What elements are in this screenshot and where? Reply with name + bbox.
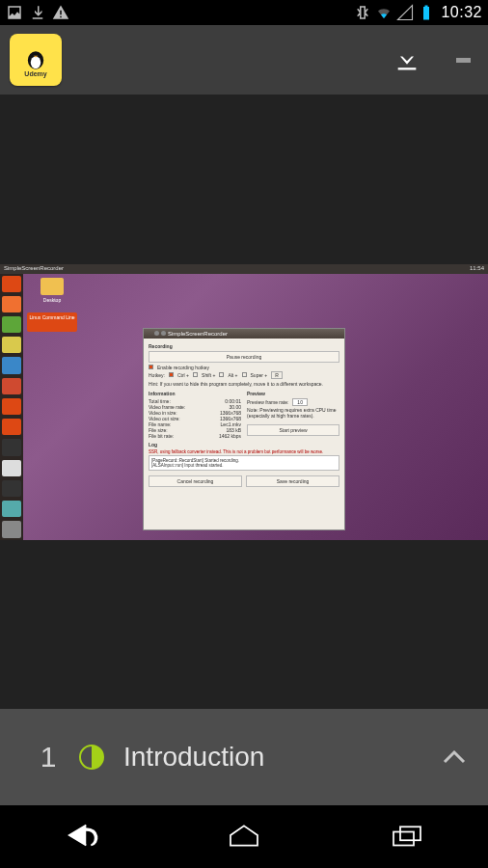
ubuntu-launcher (0, 274, 23, 540)
launcher-item (2, 357, 21, 373)
lesson-title: Introduction (123, 742, 440, 773)
desktop-folder-icon: Desktop (35, 278, 69, 303)
ssr-log-box: [PageRecord::RecordStart] Started record… (149, 455, 339, 472)
ctrl-checkbox (169, 372, 174, 377)
android-status-bar: 10:32 (0, 0, 488, 25)
launcher-item (2, 480, 21, 497)
signal-icon (396, 4, 414, 21)
ssr-section-log: Log (149, 442, 339, 448)
lesson-number: 1 (29, 741, 68, 773)
picture-icon (6, 4, 23, 21)
ssr-title-text: SimpleScreenRecorder (168, 331, 228, 337)
svg-rect-7 (400, 827, 420, 840)
lesson-progress-indicator (79, 745, 104, 770)
vibrate-icon (354, 4, 371, 21)
ubuntu-topbar-clock: 11:54 (470, 265, 484, 273)
recent-apps-button[interactable] (387, 820, 427, 854)
preview-framerate-input: 10 (292, 398, 308, 406)
lesson-bottom-bar[interactable]: 1 Introduction (0, 709, 488, 805)
status-clock: 10:32 (441, 4, 482, 21)
app-action-bar: Udemy (0, 25, 488, 95)
alt-checkbox (219, 372, 224, 377)
launcher-item (2, 521, 21, 537)
launcher-item (2, 296, 21, 312)
app-icon-label: Udemy (24, 70, 46, 77)
back-button[interactable] (61, 820, 101, 854)
ssr-section-recording: Recording (149, 343, 339, 349)
svg-point-1 (31, 56, 41, 68)
battery-icon (418, 4, 435, 21)
launcher-item (2, 501, 21, 517)
enable-hotkey-label: Enable recording hotkey (157, 365, 209, 370)
ssr-titlebar: SimpleScreenRecorder (144, 329, 344, 339)
wifi-icon (375, 4, 393, 21)
download-notification-icon (29, 4, 46, 21)
launcher-item (2, 276, 21, 292)
shift-checkbox (193, 372, 198, 377)
launcher-item (2, 439, 21, 455)
pause-recording-button: Pause recording (149, 351, 339, 363)
save-recording-button: Save recording (246, 475, 339, 487)
preview-note: Note: Previewing requires extra CPU time… (247, 407, 339, 419)
course-app-icon[interactable]: Udemy (10, 34, 62, 86)
launcher-item (2, 460, 21, 476)
ssr-dialog: SimpleScreenRecorder Recording Pause rec… (143, 328, 345, 530)
ssr-section-information: Information (149, 391, 241, 396)
svg-rect-6 (393, 831, 414, 845)
home-button[interactable] (224, 820, 264, 854)
launcher-item (2, 419, 21, 435)
hotkey-key: R (271, 371, 283, 379)
launcher-item (2, 398, 21, 415)
super-checkbox (242, 372, 247, 377)
download-button[interactable] (392, 44, 422, 75)
ubuntu-top-panel: SimpleScreenRecorder 11:54 (0, 264, 488, 274)
launcher-item (2, 337, 21, 353)
overflow-menu-button[interactable] (447, 44, 478, 75)
ssr-section-preview: Preview (247, 391, 339, 396)
hotkey-label: Hotkey: (149, 372, 165, 378)
svg-rect-4 (398, 68, 417, 69)
launcher-item (2, 316, 21, 333)
svg-point-2 (33, 52, 35, 54)
desktop-shortcut: Linux Command Line (27, 312, 77, 332)
video-frame-ubuntu-desktop: SimpleScreenRecorder 11:54 Desktop Linux… (0, 264, 488, 540)
start-preview-button: Start preview (247, 424, 339, 436)
launcher-item (2, 378, 21, 394)
ubuntu-topbar-title: SimpleScreenRecorder (4, 265, 64, 273)
warning-icon (52, 4, 69, 21)
enable-hotkey-checkbox (149, 365, 153, 369)
android-nav-bar (0, 805, 488, 868)
video-player-area[interactable]: SimpleScreenRecorder 11:54 Desktop Linux… (0, 95, 488, 709)
chevron-up-icon[interactable] (440, 743, 469, 772)
svg-point-3 (37, 52, 39, 54)
ssr-hint: Hint: If you want to hide this program c… (149, 381, 339, 387)
ssr-log-warning: SSR, using fallback converter instead. T… (149, 449, 339, 454)
cancel-recording-button: Cancel recording (149, 475, 242, 487)
